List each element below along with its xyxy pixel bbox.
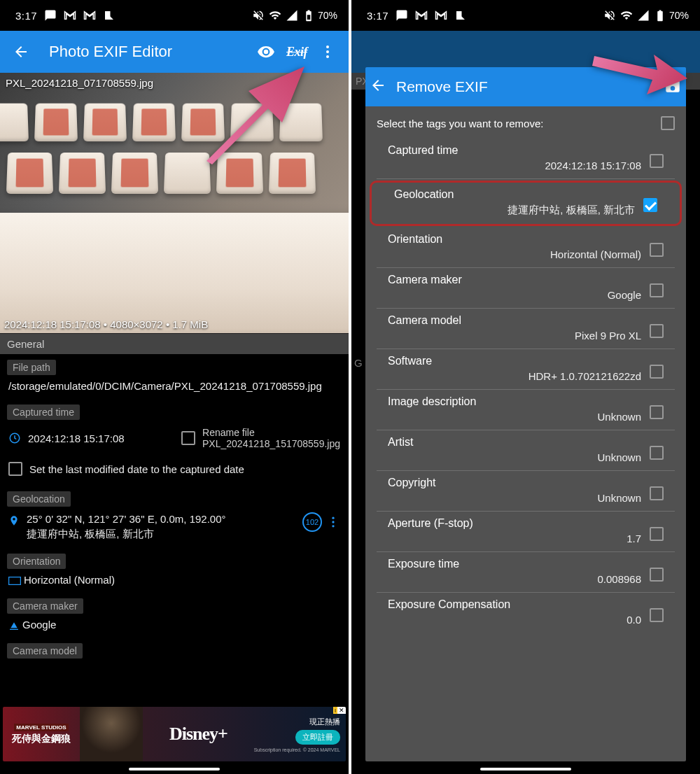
exif-tag-row[interactable]: ArtistUnknown xyxy=(377,430,675,471)
building-icon xyxy=(8,620,20,631)
dialog-back-button[interactable] xyxy=(370,77,386,97)
geolocation-label: Geolocation xyxy=(7,491,71,507)
exif-tag-checkbox[interactable] xyxy=(650,365,664,379)
ad-close-icon[interactable]: ✕ xyxy=(337,707,346,714)
exif-tag-checkbox[interactable] xyxy=(650,243,664,257)
geolocation-badge[interactable]: 102 xyxy=(302,512,322,532)
ad-film-title: 死侍與金鋼狼 xyxy=(12,733,71,745)
ad-brand: Disney+ xyxy=(143,724,254,745)
orientation-value[interactable]: Horizontal (Normal) xyxy=(0,572,349,593)
svg-point-4 xyxy=(332,517,334,519)
exif-tag-row[interactable]: OrientationHorizontal (Normal) xyxy=(377,227,675,268)
set-modified-checkbox[interactable] xyxy=(8,462,22,476)
camera-maker-value[interactable]: Google xyxy=(0,617,349,638)
exif-tag-value: 1.7 xyxy=(388,533,641,549)
exif-tag-row[interactable]: Camera modelPixel 9 Pro XL xyxy=(377,309,675,349)
exif-tag-checkbox[interactable] xyxy=(650,405,664,419)
exif-tag-checkbox[interactable] xyxy=(650,608,664,622)
arrow-back-icon xyxy=(370,77,386,94)
signal-icon xyxy=(286,9,298,22)
nav-handle[interactable] xyxy=(480,768,571,771)
info-overlay: 2024:12:18 15:17:08 • 4080×3072 • 1.7 Mi… xyxy=(4,318,208,330)
mute-icon xyxy=(252,9,265,22)
exif-tag-checkbox[interactable] xyxy=(650,446,664,460)
svg-point-2 xyxy=(326,55,329,58)
exif-tag-label: Aperture (F-stop) xyxy=(388,517,641,533)
exif-tag-label: Software xyxy=(388,355,641,370)
status-bar: 3:17 70% xyxy=(0,0,349,31)
rename-file-value: PXL_20241218_151708559.jpg xyxy=(202,438,340,449)
exif-tag-label: Orientation xyxy=(388,233,641,248)
dialog-instruction-row: Select the tags you want to remove: xyxy=(365,106,686,139)
overflow-button[interactable] xyxy=(312,36,343,67)
rename-checkbox[interactable] xyxy=(181,431,195,445)
ad-fine: Subscription required. © 2024 MARVEL xyxy=(254,747,340,752)
svg-rect-7 xyxy=(9,577,21,584)
exif-tag-row[interactable]: Exposure Compensation0.0 xyxy=(377,593,675,633)
ad-cta-button[interactable]: 立即註冊 xyxy=(295,730,340,745)
right-pane: 3:17 70% PX G Remove EXIF xyxy=(351,0,700,774)
svg-point-5 xyxy=(332,521,334,523)
camera-model-label: Camera model xyxy=(7,643,83,659)
set-modified-label: Set the last modified date to the captur… xyxy=(29,463,244,475)
exif-tag-checkbox[interactable] xyxy=(650,154,664,168)
svg-point-6 xyxy=(332,525,334,527)
exif-tag-row[interactable]: Camera makerGoogle xyxy=(377,268,675,309)
exif-tag-row[interactable]: SoftwareHDR+ 1.0.702121622zd xyxy=(377,349,675,390)
orientation-label: Orientation xyxy=(7,554,66,569)
exif-tag-checkbox[interactable] xyxy=(650,527,664,541)
exif-tag-value: HDR+ 1.0.702121622zd xyxy=(388,370,641,386)
dialog-instruction: Select the tags you want to remove: xyxy=(377,118,543,129)
exif-tag-row[interactable]: Captured time2024:12:18 15:17:08 xyxy=(377,139,675,179)
highlight-annotation: Geolocation捷運府中站, 板橋區, 新北市 xyxy=(370,181,682,226)
exif-tag-label: Exposure Compensation xyxy=(388,598,641,614)
exif-tag-value: Horizontal (Normal) xyxy=(388,248,641,265)
ad-cta-top: 現正熱播 xyxy=(309,717,340,727)
filename-overlay: PXL_20241218_071708559.jpg xyxy=(6,77,153,89)
annotation-arrow-left xyxy=(192,56,312,178)
clock-text: 3:17 xyxy=(15,10,37,22)
exif-tag-value: 捷運府中站, 板橋區, 新北市 xyxy=(394,204,635,221)
exif-tag-value: Google xyxy=(388,289,641,305)
exif-tag-label: Camera model xyxy=(388,314,641,330)
exif-tag-value: Unknown xyxy=(388,451,641,467)
battery-icon xyxy=(302,9,315,22)
back-button[interactable] xyxy=(6,36,36,67)
pin-icon xyxy=(8,514,20,528)
exif-tag-checkbox[interactable] xyxy=(650,324,664,338)
svg-point-1 xyxy=(326,50,329,53)
file-path-label: File path xyxy=(7,360,56,375)
exif-tag-checkbox[interactable] xyxy=(650,283,664,297)
svg-point-0 xyxy=(326,45,329,48)
exif-tag-label: Copyright xyxy=(388,477,641,492)
exif-tag-value: 0.0 xyxy=(388,614,641,630)
camera-maker-label: Camera maker xyxy=(7,598,83,614)
exif-tag-label: Image description xyxy=(388,395,641,411)
exif-tag-value: Pixel 9 Pro XL xyxy=(388,330,641,346)
arrow-back-icon xyxy=(13,43,29,60)
exif-tag-row[interactable]: Geolocation捷運府中站, 板橋區, 新北市 xyxy=(383,183,668,224)
exif-tag-checkbox[interactable] xyxy=(643,198,657,212)
exif-tag-row[interactable]: Exposure time0.008968 xyxy=(377,552,675,593)
captured-time-value[interactable]: 2024:12:18 15:17:08 xyxy=(28,432,174,444)
select-all-checkbox[interactable] xyxy=(661,116,675,130)
exif-tag-value: Unknown xyxy=(388,411,641,427)
exif-tag-checkbox[interactable] xyxy=(650,486,664,500)
exif-tag-value: 0.008968 xyxy=(388,573,641,589)
exif-tag-label: Camera maker xyxy=(388,274,641,289)
exif-tag-label: Exposure time xyxy=(388,558,641,573)
nav-handle[interactable] xyxy=(129,768,220,771)
gmail-icon-1 xyxy=(64,9,76,22)
exif-tag-row[interactable]: Aperture (F-stop)1.7 xyxy=(377,512,675,552)
geolocation-value[interactable]: 25° 0' 32" N, 121° 27' 36" E, 0.0m, 192.… xyxy=(27,512,295,541)
exif-tag-row[interactable]: Image descriptionUnknown xyxy=(377,390,675,430)
exif-tag-row[interactable]: CopyrightUnknown xyxy=(377,471,675,512)
rename-file-label: Rename file xyxy=(202,427,340,438)
left-pane: 3:17 70% Photo EXIF Editor Exif xyxy=(0,0,349,774)
ad-banner[interactable]: MARVEL STUDIOS 死侍與金鋼狼 Disney+ 現正熱播 立即註冊 … xyxy=(3,707,346,761)
file-path-value[interactable]: /storage/emulated/0/DCIM/Camera/PXL_2024… xyxy=(0,378,349,399)
exif-tag-checkbox[interactable] xyxy=(650,568,664,582)
geo-more-icon[interactable] xyxy=(326,515,340,529)
exif-tag-label: Artist xyxy=(388,436,641,451)
exif-tag-value: Unknown xyxy=(388,492,641,508)
